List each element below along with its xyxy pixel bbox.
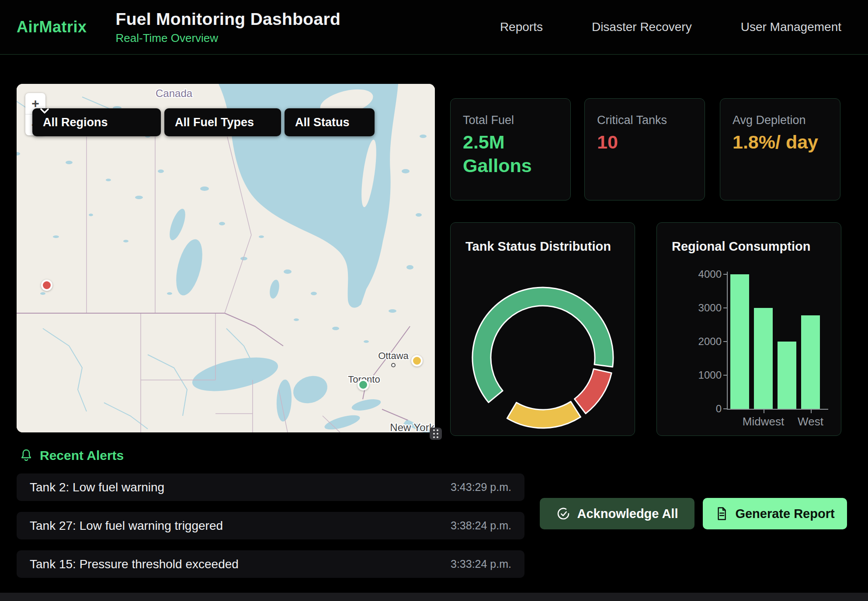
acknowledge-all-label: Acknowledge All xyxy=(577,507,678,521)
alert-time: 3:43:29 p.m. xyxy=(451,481,511,494)
nav-item-disaster-recovery[interactable]: Disaster Recovery xyxy=(592,20,692,34)
nav-item-user-management[interactable]: User Management xyxy=(741,20,841,34)
stat-value: 10 xyxy=(597,131,692,154)
fuel-type-filter-value: All Fuel Types xyxy=(175,116,254,129)
y-tick-mark xyxy=(723,307,727,308)
tank-marker-normal[interactable] xyxy=(358,379,369,390)
title-block: Fuel Monitoring Dashboard Real-Time Over… xyxy=(116,10,340,45)
regional-bar-plot: 01000200030004000MidwestWest xyxy=(657,223,842,436)
stat-label: Critical Tanks xyxy=(597,114,692,127)
consumption-bar[interactable] xyxy=(801,315,820,409)
y-tick-label: 3000 xyxy=(660,302,722,314)
x-axis xyxy=(727,409,828,410)
alerts-title: Recent Alerts xyxy=(40,448,124,463)
y-axis xyxy=(727,272,728,410)
map-label-canada: Canada xyxy=(156,87,193,99)
y-tick-label: 2000 xyxy=(660,335,722,348)
region-filter-dropdown[interactable]: All Regions xyxy=(32,108,161,136)
alert-text: Tank 27: Low fuel warning triggered xyxy=(30,519,223,533)
map-filter-row: All Regions All Fuel Types All Status xyxy=(32,108,375,136)
fuel-type-filter-dropdown[interactable]: All Fuel Types xyxy=(164,108,281,136)
acknowledge-all-button[interactable]: Acknowledge All xyxy=(540,498,694,529)
stat-value: 2.5M Gallons xyxy=(463,131,558,178)
stat-label: Avg Depletion xyxy=(733,114,828,127)
y-tick-mark xyxy=(723,341,727,342)
app-header: AirMatrix Fuel Monitoring Dashboard Real… xyxy=(0,0,868,55)
alert-row: Tank 15: Pressure threshold exceeded 3:3… xyxy=(17,550,524,578)
generate-report-button[interactable]: Generate Report xyxy=(703,498,847,529)
map-resize-handle[interactable] xyxy=(430,428,442,440)
stat-card-avg-depletion: Avg Depletion 1.8%/ day xyxy=(720,98,840,200)
regional-consumption-card: Regional Consumption 01000200030004000Mi… xyxy=(656,222,841,436)
status-filter-value: All Status xyxy=(295,116,350,129)
fuel-map[interactable]: Canada Ottawa Toronto New York + − All R… xyxy=(17,84,435,432)
x-tick-label: West xyxy=(798,415,823,428)
donut-segment-critical[interactable] xyxy=(574,369,611,414)
stat-card-total-fuel: Total Fuel 2.5M Gallons xyxy=(450,98,571,200)
alert-time: 3:33:24 p.m. xyxy=(451,558,511,570)
consumption-bar[interactable] xyxy=(754,308,773,409)
app-logo: AirMatrix xyxy=(17,18,87,36)
alert-text: Tank 15: Pressure threshold exceeded xyxy=(30,557,239,571)
tank-status-card: Tank Status Distribution xyxy=(450,222,635,436)
alert-row: Tank 2: Low fuel warning 3:43:29 p.m. xyxy=(17,473,524,501)
y-tick-label: 1000 xyxy=(660,369,722,381)
stat-label: Total Fuel xyxy=(463,114,558,127)
status-filter-dropdown[interactable]: All Status xyxy=(285,108,375,136)
map-label-ottawa: Ottawa xyxy=(378,350,409,361)
tank-marker-critical[interactable] xyxy=(41,280,52,291)
page-title: Fuel Monitoring Dashboard xyxy=(116,10,340,29)
y-tick-mark xyxy=(723,408,727,409)
document-icon xyxy=(715,507,728,521)
y-tick-label: 0 xyxy=(660,403,722,415)
x-tick-mark xyxy=(811,409,812,413)
chart-title: Tank Status Distribution xyxy=(465,239,611,254)
chevron-down-icon xyxy=(40,108,49,114)
check-circle-icon xyxy=(556,507,570,521)
alerts-header: Recent Alerts xyxy=(20,448,124,463)
nav-item-reports[interactable]: Reports xyxy=(500,20,543,34)
consumption-bar[interactable] xyxy=(730,274,749,409)
y-tick-mark xyxy=(723,274,727,275)
alert-text: Tank 2: Low fuel warning xyxy=(30,480,164,494)
alert-time: 3:38:24 p.m. xyxy=(451,519,511,532)
x-tick-mark xyxy=(764,409,764,413)
stat-value: 1.8%/ day xyxy=(733,131,828,154)
main-nav: Reports Disaster Recovery User Managemen… xyxy=(500,20,841,34)
map-label-newyork: New York xyxy=(390,421,434,432)
ottawa-town-dot xyxy=(392,363,395,367)
footer-strip xyxy=(0,593,868,601)
tank-status-donut-chart xyxy=(451,273,635,431)
alert-row: Tank 27: Low fuel warning triggered 3:38… xyxy=(17,512,524,539)
tank-marker-warning[interactable] xyxy=(411,355,423,366)
x-tick-label: Midwest xyxy=(743,415,784,428)
y-tick-label: 4000 xyxy=(660,268,722,280)
bell-icon xyxy=(20,449,33,463)
stat-card-critical-tanks: Critical Tanks 10 xyxy=(584,98,705,200)
donut-segment-warning[interactable] xyxy=(507,401,580,428)
y-tick-mark xyxy=(723,375,727,376)
region-filter-value: All Regions xyxy=(43,116,108,129)
page-subtitle: Real-Time Overview xyxy=(116,31,340,45)
consumption-bar[interactable] xyxy=(778,342,796,409)
dashboard-screen: AirMatrix Fuel Monitoring Dashboard Real… xyxy=(0,0,868,601)
generate-report-label: Generate Report xyxy=(735,507,834,521)
